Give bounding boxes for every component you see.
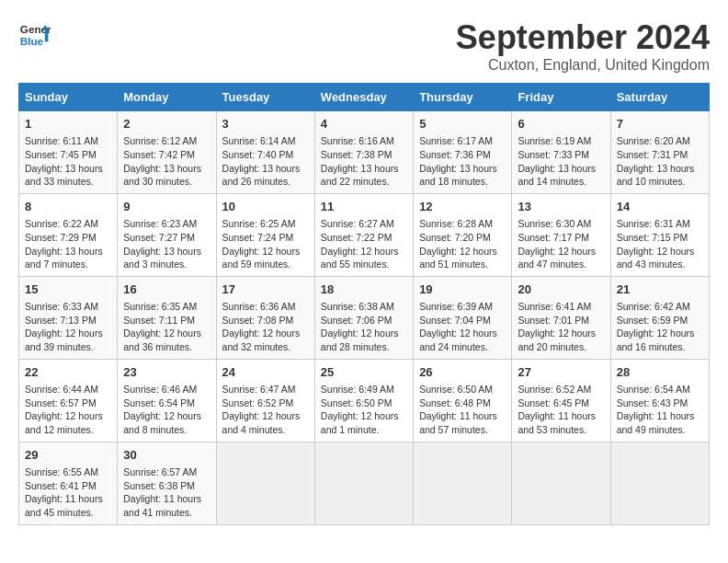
- day-cell: [216, 442, 314, 524]
- day-number: 25: [321, 364, 407, 381]
- day-number: 8: [25, 199, 111, 215]
- day-cell: 5Sunrise: 6:17 AM Sunset: 7:36 PM Daylig…: [414, 111, 512, 194]
- day-info: Sunrise: 6:55 AM Sunset: 6:41 PM Dayligh…: [25, 465, 111, 520]
- day-number: 1: [25, 116, 111, 132]
- day-info: Sunrise: 6:41 AM Sunset: 7:01 PM Dayligh…: [518, 300, 604, 354]
- calendar-body: 1Sunrise: 6:11 AM Sunset: 7:45 PM Daylig…: [19, 111, 710, 525]
- day-number: 9: [123, 199, 210, 215]
- day-number: 27: [518, 364, 604, 381]
- day-cell: 16Sunrise: 6:35 AM Sunset: 7:11 PM Dayli…: [118, 276, 216, 359]
- day-cell: 18Sunrise: 6:38 AM Sunset: 7:06 PM Dayli…: [314, 276, 413, 359]
- day-cell: 17Sunrise: 6:36 AM Sunset: 7:08 PM Dayli…: [216, 276, 314, 359]
- week-row-1: 1Sunrise: 6:11 AM Sunset: 7:45 PM Daylig…: [19, 111, 710, 194]
- day-cell: 13Sunrise: 6:30 AM Sunset: 7:17 PM Dayli…: [512, 193, 610, 276]
- week-row-5: 29Sunrise: 6:55 AM Sunset: 6:41 PM Dayli…: [19, 442, 710, 524]
- day-info: Sunrise: 6:36 AM Sunset: 7:08 PM Dayligh…: [222, 300, 309, 354]
- logo-icon: General Blue: [18, 18, 51, 52]
- day-info: Sunrise: 6:20 AM Sunset: 7:31 PM Dayligh…: [617, 134, 703, 189]
- day-cell: 23Sunrise: 6:46 AM Sunset: 6:54 PM Dayli…: [118, 359, 216, 442]
- day-cell: [414, 442, 512, 524]
- day-number: 30: [123, 447, 210, 464]
- day-cell: 25Sunrise: 6:49 AM Sunset: 6:50 PM Dayli…: [314, 359, 413, 442]
- column-header-saturday: Saturday: [610, 84, 709, 111]
- column-header-thursday: Thursday: [414, 84, 512, 111]
- day-cell: [314, 442, 413, 524]
- day-number: 17: [222, 282, 309, 298]
- header: General Blue September 2024 Cuxton, Engl…: [18, 18, 710, 74]
- day-info: Sunrise: 6:30 AM Sunset: 7:17 PM Dayligh…: [518, 217, 604, 271]
- day-number: 11: [321, 199, 407, 215]
- day-number: 5: [419, 116, 506, 132]
- month-title: September 2024: [456, 18, 710, 57]
- day-info: Sunrise: 6:33 AM Sunset: 7:13 PM Dayligh…: [25, 300, 111, 354]
- day-cell: [610, 442, 709, 524]
- logo: General Blue: [18, 18, 51, 52]
- day-info: Sunrise: 6:19 AM Sunset: 7:33 PM Dayligh…: [518, 134, 604, 189]
- day-cell: 12Sunrise: 6:28 AM Sunset: 7:20 PM Dayli…: [414, 193, 512, 276]
- day-number: 6: [518, 116, 604, 132]
- day-cell: 29Sunrise: 6:55 AM Sunset: 6:41 PM Dayli…: [19, 442, 118, 524]
- day-number: 29: [25, 447, 111, 464]
- day-info: Sunrise: 6:11 AM Sunset: 7:45 PM Dayligh…: [25, 134, 111, 189]
- column-header-tuesday: Tuesday: [216, 84, 314, 111]
- day-info: Sunrise: 6:47 AM Sunset: 6:52 PM Dayligh…: [222, 383, 309, 437]
- day-number: 14: [617, 199, 703, 215]
- day-info: Sunrise: 6:23 AM Sunset: 7:27 PM Dayligh…: [123, 217, 210, 271]
- day-cell: 26Sunrise: 6:50 AM Sunset: 6:48 PM Dayli…: [414, 359, 512, 442]
- day-number: 15: [25, 282, 111, 298]
- day-number: 10: [222, 199, 309, 215]
- week-row-2: 8Sunrise: 6:22 AM Sunset: 7:29 PM Daylig…: [19, 193, 710, 276]
- day-cell: 9Sunrise: 6:23 AM Sunset: 7:27 PM Daylig…: [118, 193, 216, 276]
- day-cell: 8Sunrise: 6:22 AM Sunset: 7:29 PM Daylig…: [19, 193, 118, 276]
- day-info: Sunrise: 6:57 AM Sunset: 6:38 PM Dayligh…: [123, 465, 210, 520]
- column-header-wednesday: Wednesday: [314, 84, 413, 111]
- column-header-sunday: Sunday: [19, 84, 118, 111]
- day-cell: [512, 442, 610, 524]
- day-number: 18: [321, 282, 407, 298]
- day-number: 21: [617, 282, 703, 298]
- day-info: Sunrise: 6:39 AM Sunset: 7:04 PM Dayligh…: [419, 300, 506, 354]
- day-info: Sunrise: 6:35 AM Sunset: 7:11 PM Dayligh…: [123, 300, 210, 354]
- day-cell: 30Sunrise: 6:57 AM Sunset: 6:38 PM Dayli…: [118, 442, 216, 524]
- day-number: 28: [617, 364, 703, 381]
- day-info: Sunrise: 6:27 AM Sunset: 7:22 PM Dayligh…: [321, 217, 407, 271]
- day-info: Sunrise: 6:14 AM Sunset: 7:40 PM Dayligh…: [222, 134, 309, 189]
- day-cell: 7Sunrise: 6:20 AM Sunset: 7:31 PM Daylig…: [610, 111, 709, 194]
- day-cell: 27Sunrise: 6:52 AM Sunset: 6:45 PM Dayli…: [512, 359, 610, 442]
- day-cell: 15Sunrise: 6:33 AM Sunset: 7:13 PM Dayli…: [19, 276, 118, 359]
- day-cell: 6Sunrise: 6:19 AM Sunset: 7:33 PM Daylig…: [512, 111, 610, 194]
- week-row-4: 22Sunrise: 6:44 AM Sunset: 6:57 PM Dayli…: [19, 359, 710, 442]
- day-number: 26: [419, 364, 506, 381]
- column-header-friday: Friday: [512, 84, 610, 111]
- day-info: Sunrise: 6:44 AM Sunset: 6:57 PM Dayligh…: [25, 383, 111, 437]
- day-cell: 20Sunrise: 6:41 AM Sunset: 7:01 PM Dayli…: [512, 276, 610, 359]
- svg-text:Blue: Blue: [20, 35, 44, 47]
- day-info: Sunrise: 6:25 AM Sunset: 7:24 PM Dayligh…: [222, 217, 309, 271]
- day-info: Sunrise: 6:28 AM Sunset: 7:20 PM Dayligh…: [419, 217, 506, 271]
- day-number: 13: [518, 199, 604, 215]
- day-number: 23: [123, 364, 210, 381]
- day-number: 12: [419, 199, 506, 215]
- day-info: Sunrise: 6:17 AM Sunset: 7:36 PM Dayligh…: [419, 134, 506, 189]
- day-cell: 11Sunrise: 6:27 AM Sunset: 7:22 PM Dayli…: [314, 193, 413, 276]
- day-cell: 19Sunrise: 6:39 AM Sunset: 7:04 PM Dayli…: [414, 276, 512, 359]
- day-cell: 28Sunrise: 6:54 AM Sunset: 6:43 PM Dayli…: [610, 359, 709, 442]
- day-info: Sunrise: 6:31 AM Sunset: 7:15 PM Dayligh…: [617, 217, 703, 271]
- day-info: Sunrise: 6:50 AM Sunset: 6:48 PM Dayligh…: [419, 383, 506, 437]
- day-info: Sunrise: 6:38 AM Sunset: 7:06 PM Dayligh…: [321, 300, 407, 354]
- day-cell: 22Sunrise: 6:44 AM Sunset: 6:57 PM Dayli…: [19, 359, 118, 442]
- location: Cuxton, England, United Kingdom: [456, 57, 710, 74]
- day-info: Sunrise: 6:54 AM Sunset: 6:43 PM Dayligh…: [617, 383, 703, 437]
- calendar-header-row: SundayMondayTuesdayWednesdayThursdayFrid…: [19, 84, 710, 111]
- day-number: 4: [321, 116, 407, 132]
- day-cell: 2Sunrise: 6:12 AM Sunset: 7:42 PM Daylig…: [118, 111, 216, 194]
- column-header-monday: Monday: [118, 84, 216, 111]
- day-number: 3: [222, 116, 309, 132]
- week-row-3: 15Sunrise: 6:33 AM Sunset: 7:13 PM Dayli…: [19, 276, 710, 359]
- day-info: Sunrise: 6:12 AM Sunset: 7:42 PM Dayligh…: [123, 134, 210, 189]
- day-number: 19: [419, 282, 506, 298]
- day-info: Sunrise: 6:22 AM Sunset: 7:29 PM Dayligh…: [25, 217, 111, 271]
- day-cell: 14Sunrise: 6:31 AM Sunset: 7:15 PM Dayli…: [610, 193, 709, 276]
- day-cell: 10Sunrise: 6:25 AM Sunset: 7:24 PM Dayli…: [216, 193, 314, 276]
- day-info: Sunrise: 6:49 AM Sunset: 6:50 PM Dayligh…: [321, 383, 407, 437]
